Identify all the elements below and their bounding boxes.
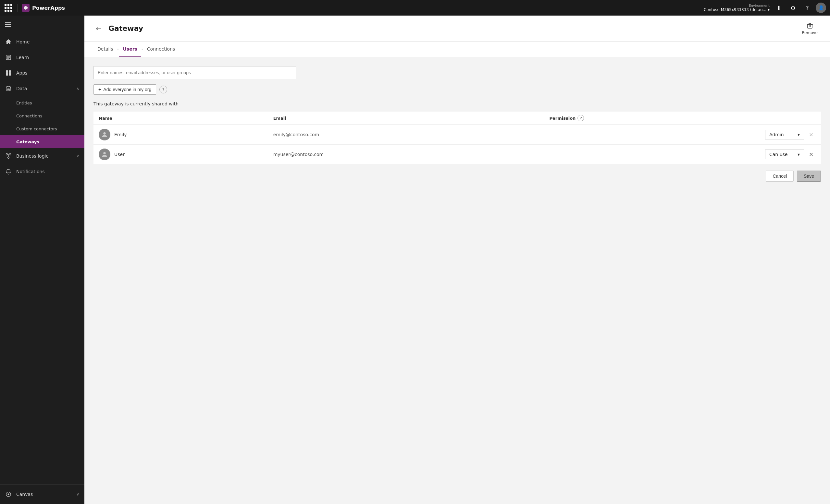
remove-button[interactable]: Remove: [799, 20, 821, 37]
book-icon: [5, 54, 12, 61]
sidebar-item-data[interactable]: Data ∧: [0, 81, 85, 96]
bell-icon: [5, 168, 12, 175]
page-content: + Add everyone in my org ? This gateway …: [85, 57, 830, 504]
svg-rect-11: [9, 73, 11, 75]
add-everyone-help-icon[interactable]: ?: [159, 86, 167, 93]
business-logic-chevron-icon: ∨: [76, 154, 79, 158]
sidebar-item-canvas[interactable]: Canvas ∨: [0, 487, 85, 501]
apps-icon: [5, 70, 12, 76]
environment-selector[interactable]: Environment Contoso M365x933833 (defau..…: [704, 4, 770, 12]
chevron-down-icon: ▾: [798, 152, 800, 157]
topnav-action-icons: ⬇ ⚙ ? 👤: [773, 2, 826, 13]
download-button[interactable]: ⬇: [773, 2, 785, 13]
svg-point-14: [9, 154, 11, 155]
tab-details-label: Details: [97, 46, 113, 52]
search-input[interactable]: [94, 66, 296, 79]
tab-connections[interactable]: Connections: [143, 41, 179, 57]
brand-name: PowerApps: [32, 5, 65, 11]
user-name-user: User: [114, 152, 125, 157]
permission-value-emily: Admin: [769, 132, 784, 137]
add-everyone-row: + Add everyone in my org ?: [94, 84, 821, 95]
waffle-menu-button[interactable]: [4, 3, 13, 12]
user-avatar[interactable]: 👤: [816, 3, 826, 13]
permission-dropdown-emily[interactable]: Admin ▾: [765, 130, 804, 139]
col-header-name: Name: [94, 111, 268, 125]
sidebar-item-notifications[interactable]: Notifications: [0, 164, 85, 179]
cancel-button[interactable]: Cancel: [766, 171, 794, 181]
permission-value-user: Can use: [769, 152, 788, 157]
tab-details[interactable]: Details: [94, 41, 117, 57]
search-bar-row: [94, 66, 821, 79]
data-icon: [5, 85, 12, 92]
sidebar-item-connections[interactable]: Connections: [0, 109, 85, 122]
home-icon: [5, 39, 12, 45]
plus-icon: +: [98, 87, 101, 93]
actions-row: Cancel Save: [94, 171, 821, 181]
main-layout: Home Learn Apps Data ∧ Entities Connecti…: [0, 15, 830, 504]
data-chevron-icon: ∧: [76, 86, 79, 91]
environment-label: Environment: [749, 4, 770, 7]
avatar: [99, 129, 110, 140]
remove-user-button[interactable]: ✕: [807, 150, 816, 159]
user-email-cell-emily: emily@contoso.com: [268, 125, 544, 145]
back-button[interactable]: ←: [94, 23, 104, 34]
tab-connections-label: Connections: [147, 46, 175, 52]
sidebar-item-gateways[interactable]: Gateways: [0, 135, 85, 148]
save-button[interactable]: Save: [797, 171, 821, 181]
user-permission-cell-user: Can use ▾ ✕: [544, 145, 821, 164]
sidebar-item-business-logic[interactable]: Business logic ∨: [0, 148, 85, 164]
tab-users-label: Users: [123, 46, 137, 52]
svg-rect-1: [5, 22, 11, 23]
tab-users[interactable]: Users: [119, 41, 141, 57]
svg-point-12: [6, 86, 11, 88]
permission-help-icon[interactable]: ?: [577, 115, 584, 121]
top-navigation: PowerApps Environment Contoso M365x93383…: [0, 0, 830, 15]
sidebar-item-label-custom-connectors: Custom connectors: [16, 127, 57, 131]
user-email-user: myuser@contoso.com: [273, 152, 324, 157]
sidebar-item-label-data: Data: [16, 86, 72, 91]
table-row: Emily emily@contoso.com Admin ▾: [94, 125, 821, 145]
settings-button[interactable]: ⚙: [787, 2, 799, 13]
sidebar-item-label-business-logic: Business logic: [16, 154, 72, 159]
user-email-cell-user: myuser@contoso.com: [268, 145, 544, 164]
svg-point-15: [8, 157, 9, 159]
brand-logo[interactable]: PowerApps: [18, 4, 65, 12]
page-header: ← Gateway Remove: [85, 15, 830, 41]
add-everyone-button[interactable]: + Add everyone in my org: [94, 84, 156, 95]
remove-label: Remove: [802, 31, 818, 35]
environment-value: Contoso M365x933833 (defau... ▾: [704, 7, 770, 12]
add-everyone-label: Add everyone in my org: [103, 87, 151, 92]
svg-point-19: [8, 494, 9, 495]
users-table: Name Email Permission ?: [94, 111, 821, 164]
svg-point-13: [6, 154, 8, 155]
canvas-chevron-icon: ∨: [76, 492, 79, 497]
user-permission-cell-emily: Admin ▾ ✕: [544, 125, 821, 145]
sidebar-item-custom-connectors[interactable]: Custom connectors: [0, 122, 85, 135]
sidebar-item-label-apps: Apps: [16, 70, 79, 75]
help-button[interactable]: ?: [801, 2, 813, 13]
sidebar-item-entities[interactable]: Entities: [0, 96, 85, 109]
sidebar-item-home[interactable]: Home: [0, 34, 85, 49]
svg-rect-10: [6, 73, 8, 75]
user-email-emily: emily@contoso.com: [273, 132, 319, 137]
svg-point-27: [103, 132, 105, 135]
col-header-permission: Permission ?: [544, 111, 821, 125]
sidebar-item-learn[interactable]: Learn: [0, 49, 85, 65]
sidebar-item-label-canvas: Canvas: [16, 492, 72, 497]
user-name-cell: Emily: [94, 125, 268, 145]
svg-rect-8: [6, 70, 8, 73]
sidebar-menu-toggle[interactable]: [0, 18, 15, 31]
page-header-left: ← Gateway: [94, 23, 143, 34]
svg-rect-20: [808, 24, 812, 28]
trash-icon: [806, 22, 813, 29]
sidebar-item-label-connections: Connections: [16, 113, 42, 119]
shared-with-text: This gateway is currently shared with: [94, 101, 821, 106]
sidebar-bottom: Canvas ∨: [0, 484, 85, 504]
business-logic-icon: [5, 153, 12, 159]
remove-user-emily-button[interactable]: ✕: [807, 130, 816, 139]
sidebar-item-apps[interactable]: Apps: [0, 65, 85, 81]
permission-dropdown-user[interactable]: Can use ▾: [765, 149, 804, 159]
sidebar-item-label-home: Home: [16, 39, 79, 44]
sidebar: Home Learn Apps Data ∧ Entities Connecti…: [0, 15, 85, 504]
canvas-icon: [5, 491, 12, 498]
